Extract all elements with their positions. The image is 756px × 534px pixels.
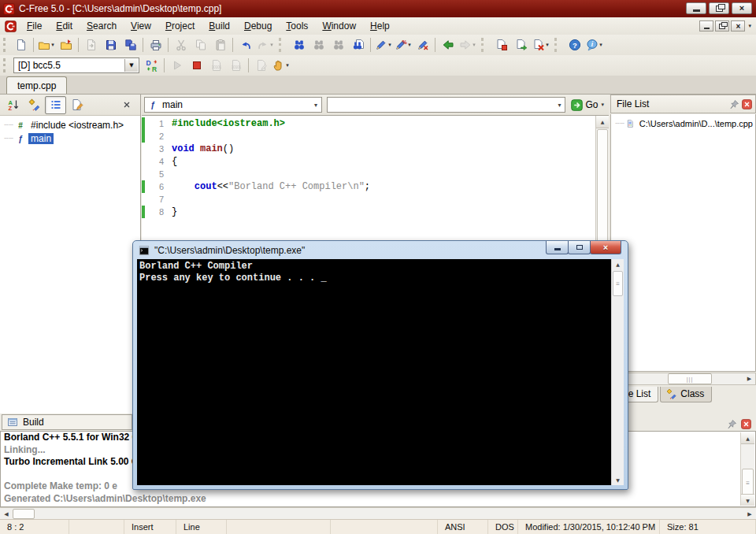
sort-symbols-button[interactable]: AZ: [2, 96, 24, 114]
scroll-left-icon[interactable]: ◀: [0, 511, 13, 517]
mdi-restore-button[interactable]: [715, 20, 729, 32]
tab-class[interactable]: Class: [660, 387, 712, 402]
tab-temp.cpp[interactable]: temp.cpp: [6, 76, 67, 94]
build-horizontal-scrollbar[interactable]: ◀ ▶: [0, 507, 756, 520]
chevron-down-icon[interactable]: ▾: [270, 42, 273, 48]
chevron-down-icon[interactable]: ▾: [472, 42, 476, 48]
clear-bookmarks-button[interactable]: [413, 36, 432, 54]
scroll-right-icon[interactable]: ▶: [743, 511, 756, 517]
scroll-up-icon[interactable]: ▲: [612, 259, 624, 269]
menu-search[interactable]: Search: [80, 18, 124, 34]
new-file-button[interactable]: [11, 36, 31, 54]
help-button[interactable]: ?: [565, 36, 584, 54]
save-button[interactable]: [101, 36, 120, 54]
scroll-down-icon[interactable]: ▼: [741, 494, 754, 506]
goto-bookmark-button[interactable]: %▾: [393, 36, 413, 54]
stop-button[interactable]: [187, 57, 206, 74]
reopen-file-button[interactable]: [56, 36, 76, 54]
menu-file[interactable]: File: [20, 18, 49, 34]
pin-button[interactable]: [727, 417, 737, 431]
menu-window[interactable]: Window: [315, 18, 363, 34]
about-button[interactable]: i▾: [584, 36, 604, 54]
scrollbar-thumb[interactable]: ≡: [742, 469, 754, 497]
build-file-button[interactable]: [511, 36, 531, 54]
close-symbol-panel-button[interactable]: [116, 96, 137, 114]
scroll-up-icon[interactable]: ▲: [741, 432, 754, 444]
code-line[interactable]: 1#include<iostream.h>: [142, 117, 609, 130]
mdi-close-button[interactable]: ×: [731, 20, 745, 32]
compile-button[interactable]: [491, 36, 511, 54]
tab-build[interactable]: Build: [2, 414, 132, 430]
find-button[interactable]: [289, 36, 309, 54]
list-view-button[interactable]: [45, 96, 66, 114]
scrollbar-thumb[interactable]: [13, 509, 35, 519]
goto-combo[interactable]: ▾: [327, 97, 565, 113]
menu-tools[interactable]: Tools: [279, 18, 315, 34]
menu-build[interactable]: Build: [202, 18, 237, 34]
chevron-down-icon[interactable]: ▾: [310, 102, 321, 109]
chevron-down-icon[interactable]: ▾: [408, 42, 411, 48]
menu-project[interactable]: Project: [158, 18, 202, 34]
chevron-down-icon[interactable]: ▾: [601, 102, 604, 108]
class-view-button[interactable]: [24, 96, 45, 114]
toolbar-grip[interactable]: [3, 58, 7, 72]
code-line[interactable]: 4{: [142, 155, 609, 168]
code-line[interactable]: 5: [142, 168, 609, 180]
undo-button[interactable]: [235, 36, 255, 54]
scrollbar-thumb[interactable]: [597, 129, 608, 249]
go-button[interactable]: Go ▾: [568, 96, 609, 113]
menu-view[interactable]: View: [124, 18, 158, 34]
save-all-button[interactable]: [120, 36, 140, 54]
scrollbar-thumb[interactable]: |||: [668, 373, 712, 384]
code-line[interactable]: 8}: [142, 206, 609, 218]
console-window[interactable]: "C:\Users\admin\Desktop\temp.exe" × Borl…: [132, 240, 628, 490]
combo-dropdown-button[interactable]: ▼: [124, 59, 138, 72]
find-in-files-button[interactable]: [348, 36, 368, 54]
file-list-horizontal-scrollbar[interactable]: ||| ▶: [610, 373, 756, 385]
tree-item[interactable]: ┄┄##include <iostream.h>: [0, 118, 140, 132]
chevron-down-icon[interactable]: ▾: [546, 42, 549, 48]
toolbar-grip[interactable]: [3, 38, 7, 52]
scroll-right-icon[interactable]: ▶: [743, 376, 755, 382]
toolbar-overflow-caret[interactable]: ▾: [748, 23, 751, 29]
menu-edit[interactable]: Edit: [49, 18, 80, 34]
function-combo[interactable]: ƒ main ▾: [144, 97, 322, 113]
navigate-back-button[interactable]: [438, 36, 458, 54]
console-scrollbar[interactable]: ▲ ≡ ▼: [611, 259, 624, 485]
build-vertical-scrollbar[interactable]: ▲ ≡ ▼: [740, 432, 754, 506]
restore-button[interactable]: [709, 2, 729, 14]
pin-button[interactable]: [727, 98, 739, 109]
build-configuration-combo[interactable]: [D] bcc5.5▼: [13, 57, 139, 73]
minimize-button[interactable]: [686, 2, 706, 14]
rebuild-all-button[interactable]: ▾: [531, 36, 550, 54]
mdi-minimize-button[interactable]: [699, 20, 713, 32]
tree-item[interactable]: ┄┄C:\Users\admin\D...\temp.cpp: [611, 117, 755, 130]
view-options-button[interactable]: [66, 96, 87, 114]
chevron-down-icon[interactable]: ▾: [388, 42, 391, 48]
chevron-down-icon[interactable]: ▾: [554, 102, 565, 109]
code-line[interactable]: 2: [142, 130, 609, 143]
scroll-down-icon[interactable]: ▼: [612, 475, 624, 485]
menu-help[interactable]: Help: [363, 18, 397, 34]
scrollbar-thumb[interactable]: ≡: [613, 271, 623, 296]
chevron-down-icon[interactable]: ▾: [599, 42, 602, 48]
menu-debug[interactable]: Debug: [237, 18, 279, 34]
console-maximize-button[interactable]: [568, 241, 591, 254]
toggle-bookmark-button[interactable]: ▾: [373, 36, 393, 54]
debug-release-toggle-button[interactable]: DR: [142, 57, 161, 74]
print-button[interactable]: [146, 36, 165, 54]
chevron-down-icon[interactable]: ▾: [286, 62, 289, 69]
close-panel-button[interactable]: [741, 417, 751, 431]
code-line[interactable]: 3void main(): [142, 143, 609, 155]
scroll-up-icon[interactable]: ▲: [596, 116, 609, 128]
console-close-button[interactable]: ×: [590, 241, 621, 254]
console-minimize-button[interactable]: [546, 241, 569, 254]
code-line[interactable]: 7: [142, 193, 609, 206]
pause-button[interactable]: ▾: [271, 57, 291, 74]
close-panel-button[interactable]: [739, 98, 752, 109]
close-button[interactable]: ×: [732, 2, 752, 14]
chevron-down-icon[interactable]: ▾: [51, 42, 54, 48]
tree-item[interactable]: ┄┄ƒmain: [0, 132, 140, 145]
open-file-button[interactable]: ▾: [36, 36, 56, 54]
code-line[interactable]: 6 cout<<"Borland C++ Compiler\n";: [142, 180, 609, 193]
